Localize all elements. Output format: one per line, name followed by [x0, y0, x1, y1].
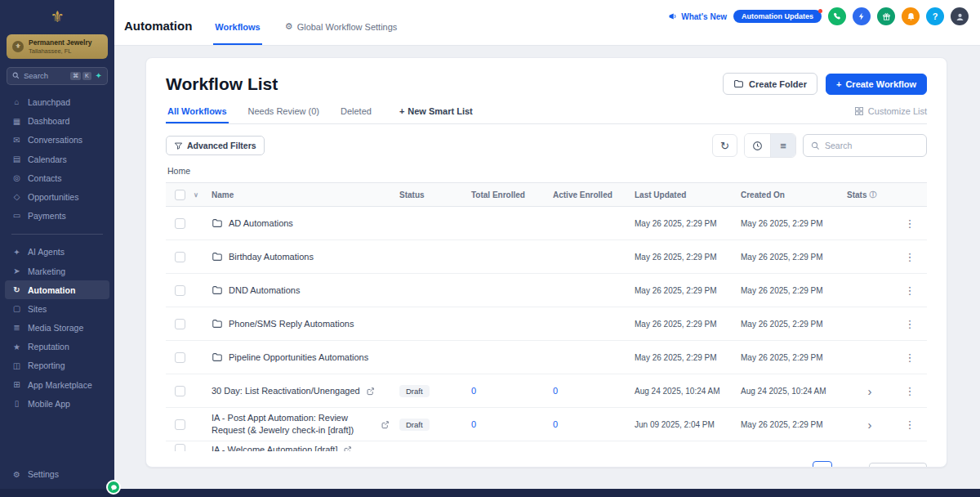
- row-menu-icon[interactable]: ⋮: [905, 419, 915, 431]
- table-row[interactable]: 30 Day: List Reactivation/Unengaged Draf…: [166, 374, 927, 408]
- row-checkbox[interactable]: [175, 386, 185, 396]
- sidebar-item-contacts[interactable]: ◎Contacts: [5, 168, 109, 187]
- search-shortcut: ⌘ K: [70, 72, 91, 80]
- col-last-updated[interactable]: Last Updated: [635, 190, 741, 199]
- row-name[interactable]: AD Automations: [229, 217, 293, 230]
- sidebar-item-automation[interactable]: ↻Automation: [5, 280, 109, 299]
- notifications-button[interactable]: [902, 7, 920, 25]
- tab-all-workflows[interactable]: All Workflows: [166, 106, 229, 123]
- sidebar-item-conversations[interactable]: ✉Conversations: [5, 131, 109, 150]
- sidebar-item-marketing[interactable]: ➤Marketing: [5, 262, 109, 280]
- sidebar-item-sites[interactable]: ▢Sites: [5, 299, 109, 318]
- tab-workflows[interactable]: Workflows: [213, 22, 261, 45]
- col-total-enrolled[interactable]: Total Enrolled: [471, 190, 553, 199]
- recent-button[interactable]: [745, 134, 770, 157]
- row-checkbox[interactable]: [175, 252, 185, 262]
- table-row[interactable]: Birthday Automations May 26 2025, 2:29 P…: [166, 240, 927, 274]
- row-name[interactable]: IA - Post Appt Automation: Review Reques…: [212, 412, 375, 437]
- help-button[interactable]: ?: [926, 7, 944, 25]
- ai-sparkle-icon[interactable]: ✦: [96, 71, 102, 80]
- row-name[interactable]: Birthday Automations: [229, 251, 314, 263]
- breadcrumb[interactable]: Home: [167, 166, 925, 176]
- tab-global-workflow-settings[interactable]: ⚙ Global Workflow Settings: [283, 21, 399, 45]
- row-menu-icon[interactable]: ⋮: [905, 251, 915, 263]
- total-enrolled-link[interactable]: 0: [471, 419, 476, 429]
- advanced-filters-button[interactable]: Advanced Filters: [166, 136, 265, 155]
- total-enrolled-link[interactable]: 0: [471, 386, 476, 396]
- page-size-select[interactable]: 10 / page ∨: [869, 463, 927, 468]
- list-view-button[interactable]: ≡: [770, 134, 795, 157]
- previous-page-button[interactable]: Previous: [769, 466, 803, 468]
- external-link-icon[interactable]: [381, 420, 390, 429]
- col-created-on[interactable]: Created On: [741, 190, 847, 199]
- col-status[interactable]: Status: [399, 190, 471, 199]
- create-workflow-button[interactable]: + Create Workflow: [826, 74, 927, 95]
- support-chat-button[interactable]: [106, 480, 121, 495]
- new-smart-list-button[interactable]: + New Smart List: [399, 106, 473, 123]
- row-checkbox[interactable]: [175, 444, 185, 451]
- chevron-down-icon[interactable]: ∨: [194, 191, 198, 199]
- history-button[interactable]: ↻: [712, 134, 737, 157]
- user-avatar[interactable]: [951, 7, 969, 25]
- tab-deleted[interactable]: Deleted: [339, 106, 373, 123]
- row-menu-icon[interactable]: ⋮: [905, 217, 915, 230]
- sidebar-item-ai-agents[interactable]: ✦AI Agents: [5, 243, 109, 262]
- sidebar-item-opportunities[interactable]: ◇Opportunities: [5, 187, 109, 206]
- phone-button[interactable]: [828, 7, 846, 25]
- sidebar-item-settings[interactable]: ⚙ Settings: [5, 465, 109, 484]
- sidebar-item-payments[interactable]: ▭Payments: [5, 207, 109, 226]
- external-link-icon[interactable]: [343, 446, 352, 451]
- table-row[interactable]: IA - Welcome Automation [draft]: [166, 441, 927, 451]
- sidebar-item-mobile-app[interactable]: ▯Mobile App: [5, 394, 109, 413]
- row-checkbox[interactable]: [175, 419, 185, 430]
- table-search-input[interactable]: Search: [803, 134, 927, 157]
- next-page-button[interactable]: Next: [842, 466, 860, 468]
- sidebar-item-reporting[interactable]: ◫Reporting: [5, 356, 109, 375]
- table-row[interactable]: AD Automations May 26 2025, 2:29 PM May …: [166, 207, 927, 240]
- select-all-checkbox[interactable]: [175, 190, 185, 200]
- row-menu-icon[interactable]: ⋮: [905, 284, 915, 297]
- whats-new-link[interactable]: What's New: [668, 11, 727, 21]
- rewards-button[interactable]: [877, 7, 895, 25]
- sidebar-item-launchpad[interactable]: ⌂Launchpad: [5, 93, 109, 112]
- row-checkbox[interactable]: [175, 218, 185, 229]
- col-stats[interactable]: Statsⓘ: [847, 190, 893, 200]
- sidebar-item-reputation[interactable]: ★Reputation: [5, 338, 109, 356]
- row-menu-icon[interactable]: ⋮: [905, 385, 915, 397]
- quick-actions-button[interactable]: [853, 7, 871, 25]
- sidebar-search[interactable]: Search ⌘ K ✦: [7, 67, 108, 85]
- row-name[interactable]: 30 Day: List Reactivation/Unengaged: [212, 385, 360, 397]
- row-checkbox[interactable]: [175, 285, 185, 296]
- sidebar-item-dashboard[interactable]: ▦Dashboard: [5, 112, 109, 131]
- sidebar-item-media-storage[interactable]: ≣Media Storage: [5, 319, 109, 338]
- stats-expand-icon[interactable]: ›: [868, 419, 872, 431]
- row-name[interactable]: Pipeline Opportunities Automations: [229, 351, 368, 364]
- active-enrolled-link[interactable]: 0: [553, 419, 558, 429]
- row-menu-icon[interactable]: ⋮: [905, 351, 915, 364]
- table-row[interactable]: Phone/SMS Reply Automations May 26 2025,…: [166, 307, 927, 341]
- table-row[interactable]: Pipeline Opportunities Automations May 2…: [166, 341, 927, 374]
- row-checkbox[interactable]: [175, 319, 185, 329]
- row-name[interactable]: IA - Welcome Automation [draft]: [212, 444, 337, 451]
- current-page-button[interactable]: 1: [813, 461, 832, 468]
- account-switcher[interactable]: ⚜ Permanent Jewelry Tallahassee, FL: [7, 34, 108, 59]
- external-link-icon[interactable]: [366, 387, 375, 396]
- brand-logo[interactable]: ⚜: [0, 0, 114, 33]
- sidebar-item-label: App Marketplace: [28, 379, 92, 391]
- automation-updates-badge[interactable]: Automation Updates: [733, 10, 822, 23]
- row-name[interactable]: DND Automations: [229, 284, 300, 297]
- col-name[interactable]: Name: [212, 190, 399, 199]
- col-active-enrolled[interactable]: Active Enrolled: [553, 190, 635, 199]
- row-checkbox[interactable]: [175, 352, 185, 363]
- table-row[interactable]: DND Automations May 26 2025, 2:29 PM May…: [166, 274, 927, 307]
- active-enrolled-link[interactable]: 0: [553, 386, 558, 396]
- customize-list-button[interactable]: Customize List: [854, 106, 927, 123]
- create-folder-button[interactable]: Create Folder: [723, 73, 817, 95]
- tab-needs-review[interactable]: Needs Review (0): [247, 106, 321, 123]
- table-row[interactable]: IA - Post Appt Automation: Review Reques…: [166, 408, 927, 441]
- sidebar-item-app-marketplace[interactable]: ⊞App Marketplace: [5, 375, 109, 394]
- row-menu-icon[interactable]: ⋮: [905, 318, 915, 330]
- stats-expand-icon[interactable]: ›: [868, 385, 872, 397]
- row-name[interactable]: Phone/SMS Reply Automations: [229, 318, 354, 330]
- sidebar-item-calendars[interactable]: ▤Calendars: [5, 150, 109, 168]
